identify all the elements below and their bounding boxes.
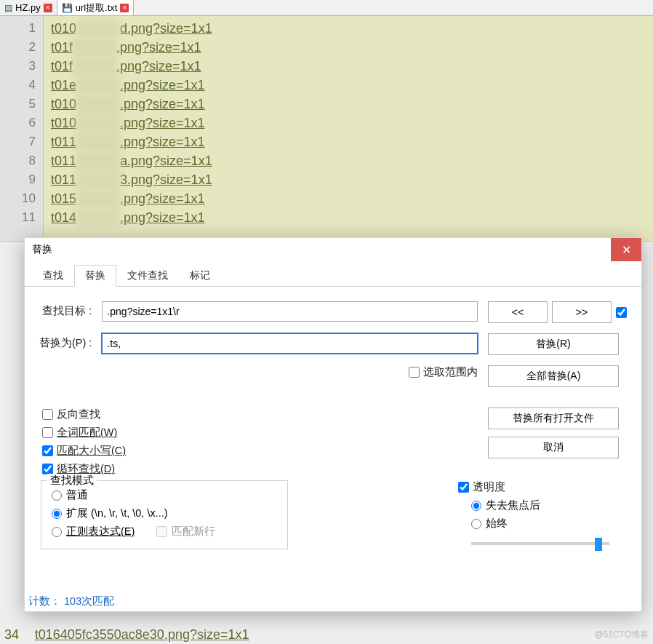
find-target-input[interactable] <box>102 301 478 322</box>
replace-dialog: 替换 ✕ 查找 替换 文件查找 标记 查找目标 : << >> 替换为(P) :… <box>24 237 642 612</box>
lineno: 2 <box>0 38 36 57</box>
bottom-peek-line: 34 t016405fc3550ac8e30.png?size=1x1 <box>4 627 249 643</box>
editor-tab-label: url提取.txt <box>76 1 118 15</box>
editor-tabbar: ▤ HZ.py × 💾 url提取.txt × <box>0 0 653 16</box>
save-icon: 💾 <box>62 3 73 13</box>
transparency-group: 透明度 失去焦点后 始终 <box>458 480 625 545</box>
wrap-check[interactable]: 循环查找(D) <box>42 462 478 476</box>
editor-tab-url[interactable]: 💾 url提取.txt × <box>57 0 135 15</box>
code-line: t01f24.png?size=1x1 <box>51 38 653 57</box>
close-icon: ✕ <box>622 243 631 257</box>
editor-pane: 1 2 3 4 5 6 7 8 9 10 11 t010fbd.png?size… <box>0 16 653 242</box>
tab-find[interactable]: 查找 <box>32 265 74 287</box>
replace-with-input[interactable] <box>102 333 478 354</box>
tab-mark[interactable]: 标记 <box>179 265 221 287</box>
transparency-check[interactable]: 透明度 <box>458 480 625 494</box>
code-line: t01fd8.png?size=1x1 <box>51 57 653 76</box>
tab-findfiles[interactable]: 文件查找 <box>116 265 179 287</box>
editor-tab-label: HZ.py <box>15 2 41 13</box>
code-line: t01420.png?size=1x1 <box>51 208 653 227</box>
dialog-tabs: 查找 替换 文件查找 标记 <box>25 261 641 287</box>
transparency-slider[interactable] <box>471 542 609 545</box>
dialog-close-button[interactable]: ✕ <box>611 238 641 261</box>
lineno: 3 <box>0 57 36 76</box>
code-line: t015663.png?size=1x1 <box>51 189 653 208</box>
replace-button[interactable]: 替换(R) <box>488 333 619 355</box>
editor-tab-hz[interactable]: ▤ HZ.py × <box>0 0 57 15</box>
code-line: t0116f1a.png?size=1x1 <box>51 151 653 170</box>
gutter: 1 2 3 4 5 6 7 8 9 10 11 <box>0 16 44 241</box>
lineno: 5 <box>0 95 36 114</box>
lineno: 7 <box>0 132 36 151</box>
lineno: 4 <box>0 76 36 95</box>
transp-onlosefocus[interactable]: 失去焦点后 <box>471 498 625 512</box>
replace-all-open-button[interactable]: 替换所有打开文件 <box>488 408 619 429</box>
close-icon[interactable]: × <box>120 4 129 12</box>
search-mode-legend: 查找模式 <box>47 474 97 488</box>
pin-dialog-checkbox[interactable] <box>616 307 627 318</box>
whole-word-check[interactable]: 全词匹配(W) <box>42 426 478 440</box>
code-line: t01082.png?size=1x1 <box>51 95 653 114</box>
label-replace-with: 替换为(P) : <box>39 333 92 350</box>
lineno: 9 <box>0 170 36 189</box>
slider-thumb[interactable] <box>595 538 602 551</box>
search-mode-group: 查找模式 普通 扩展 (\n, \r, \t, \0, \x...) 正则表达式… <box>41 480 288 549</box>
lineno: 10 <box>0 189 36 208</box>
code-line: t010fbd.png?size=1x1 <box>51 19 653 38</box>
code-line: t011c733.png?size=1x1 <box>51 170 653 189</box>
mode-extended[interactable]: 扩展 (\n, \r, \t, \0, \x...) <box>52 506 277 520</box>
label-find-target: 查找目标 : <box>39 301 92 318</box>
cancel-button[interactable]: 取消 <box>488 437 619 458</box>
find-prev-button[interactable]: << <box>488 301 548 323</box>
tab-replace[interactable]: 替换 <box>74 265 116 287</box>
backward-check[interactable]: 反向查找 <box>42 408 478 421</box>
disk-icon: ▤ <box>4 3 12 13</box>
match-case-check[interactable]: 匹配大小写(C) <box>42 444 478 458</box>
code-line: t010b9.png?size=1x1 <box>51 114 653 132</box>
lineno: 8 <box>0 151 36 170</box>
code-line: t011b88.png?size=1x1 <box>51 132 653 151</box>
dialog-titlebar[interactable]: 替换 ✕ <box>25 238 641 261</box>
code-line: t01ecb.png?size=1x1 <box>51 76 653 95</box>
lineno: 1 <box>0 19 36 38</box>
watermark: @51CTO博客 <box>594 629 649 641</box>
in-selection-check[interactable]: 选取范围内 <box>409 365 478 379</box>
replace-all-button[interactable]: 全部替换(A) <box>488 365 619 387</box>
status-text: 计数： 103次匹配 <box>28 595 114 608</box>
match-newline-check <box>156 526 167 537</box>
mode-normal[interactable]: 普通 <box>52 488 277 502</box>
find-next-button[interactable]: >> <box>552 301 612 323</box>
code-area[interactable]: t010fbd.png?size=1x1 t01f24.png?size=1x1… <box>44 16 653 241</box>
close-icon[interactable]: × <box>44 4 52 12</box>
dialog-title: 替换 <box>32 243 611 256</box>
lineno: 6 <box>0 114 36 132</box>
lineno: 11 <box>0 208 36 227</box>
transp-always[interactable]: 始终 <box>471 517 625 530</box>
mode-regex[interactable]: 正则表达式(E) 匹配新行 <box>52 525 277 538</box>
